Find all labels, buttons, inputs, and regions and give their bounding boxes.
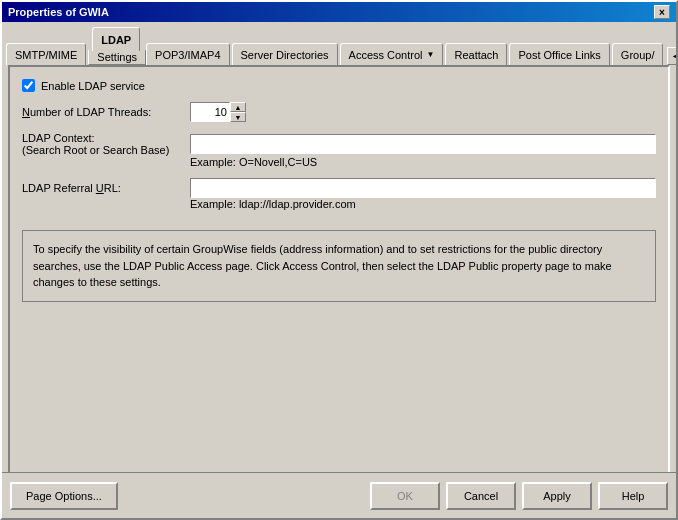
tab-ldap-label: LDAP — [101, 34, 131, 46]
tab-post-office-links-label: Post Office Links — [518, 49, 600, 61]
apply-button[interactable]: Apply — [522, 482, 592, 510]
referral-input[interactable] — [190, 178, 656, 198]
context-input[interactable] — [190, 134, 656, 154]
tab-group[interactable]: Group/ — [612, 43, 664, 65]
tab-post-office-links[interactable]: Post Office Links — [509, 43, 609, 65]
bottom-bar: Page Options... OK Cancel Apply Help — [2, 472, 676, 518]
tab-server-directories-label: Server Directories — [241, 49, 329, 61]
threads-spinner-buttons: ▲ ▼ — [230, 102, 246, 122]
bottom-left: Page Options... — [10, 482, 118, 510]
tab-nav: ◄ ► — [667, 47, 676, 65]
threads-spinner: ▲ ▼ — [190, 102, 246, 122]
title-bar: Properties of GWIA × — [2, 2, 676, 22]
context-row: LDAP Context: (Search Root or Search Bas… — [22, 132, 656, 156]
close-button[interactable]: × — [654, 5, 670, 19]
threads-underline-char: N — [22, 106, 30, 118]
bottom-right: OK Cancel Apply Help — [370, 482, 668, 510]
threads-up-button[interactable]: ▲ — [230, 102, 246, 112]
tab-ldap-settings-label: Settings — [97, 51, 137, 63]
ok-button[interactable]: OK — [370, 482, 440, 510]
referral-section: LDAP Referral URL: Example: ldap://ldap.… — [22, 178, 656, 210]
cancel-button[interactable]: Cancel — [446, 482, 516, 510]
info-box-text: To specify the visibility of certain Gro… — [33, 243, 612, 288]
context-label-line2: (Search Root or Search Base) — [22, 144, 182, 156]
tab-smtp-mime-label: SMTP/MIME — [15, 49, 77, 61]
window-title: Properties of GWIA — [8, 6, 109, 18]
main-window: Properties of GWIA × SMTP/MIME LDAP Sett… — [0, 0, 678, 520]
tab-nav-left[interactable]: ◄ — [667, 47, 676, 65]
tab-group-label: Group/ — [621, 49, 655, 61]
referral-row: LDAP Referral URL: — [22, 178, 656, 198]
tab-ldap[interactable]: LDAP — [92, 27, 140, 51]
tab-ldap-settings[interactable]: Settings — [88, 50, 146, 65]
tab-pop3-imap4-label: POP3/IMAP4 — [155, 49, 220, 61]
threads-input[interactable] — [190, 102, 230, 122]
enable-ldap-checkbox[interactable] — [22, 79, 35, 92]
tab-reattach-label: Reattach — [454, 49, 498, 61]
referral-example: Example: ldap://ldap.provider.com — [190, 198, 656, 210]
threads-label: Number of LDAP Threads: — [22, 106, 182, 118]
referral-underline-char: U — [96, 182, 104, 194]
tab-reattach[interactable]: Reattach — [445, 43, 507, 65]
referral-label: LDAP Referral URL: — [22, 182, 182, 194]
help-button[interactable]: Help — [598, 482, 668, 510]
dropdown-arrow-icon: ▼ — [427, 50, 435, 59]
tab-access-control[interactable]: Access Control ▼ — [340, 43, 444, 65]
context-example: Example: O=Novell,C=US — [190, 156, 656, 168]
info-box: To specify the visibility of certain Gro… — [22, 230, 656, 302]
threads-row: Number of LDAP Threads: ▲ ▼ — [22, 102, 656, 122]
content-area: Enable LDAP service Number of LDAP Threa… — [8, 65, 670, 475]
tab-server-directories[interactable]: Server Directories — [232, 43, 338, 65]
context-section: LDAP Context: (Search Root or Search Bas… — [22, 132, 656, 168]
page-options-button[interactable]: Page Options... — [10, 482, 118, 510]
context-label-line1: LDAP Context: — [22, 132, 182, 144]
form-section: Enable LDAP service Number of LDAP Threa… — [22, 79, 656, 302]
tab-access-control-label: Access Control — [349, 49, 423, 61]
enable-ldap-label: Enable LDAP service — [41, 80, 145, 92]
tab-pop3-imap4[interactable]: POP3/IMAP4 — [146, 43, 229, 65]
context-label: LDAP Context: (Search Root or Search Bas… — [22, 132, 182, 156]
enable-ldap-row: Enable LDAP service — [22, 79, 656, 92]
tab-smtp-mime[interactable]: SMTP/MIME — [6, 43, 86, 65]
tab-bar: SMTP/MIME LDAP Settings POP3/IMAP4 Serve… — [2, 22, 676, 65]
threads-down-button[interactable]: ▼ — [230, 112, 246, 122]
